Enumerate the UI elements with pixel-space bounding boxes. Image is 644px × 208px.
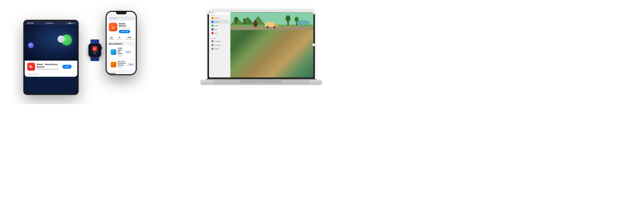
key-f6[interactable] — [258, 80, 261, 82]
ipad-status-bar: 9:41 AM Fri Dec 11 ▲ 100% — [25, 21, 77, 25]
iphone-get-button[interactable]: USD 3.99 — [119, 30, 130, 33]
svg-point-19 — [254, 20, 257, 23]
iphone-app-details: Streaks Workout For all fitness levels U… — [119, 23, 131, 33]
iphone-preview-title: Preview — [106, 71, 136, 74]
key-f10[interactable] — [270, 80, 272, 82]
astronaut-body — [58, 36, 65, 43]
key-f9[interactable] — [267, 80, 270, 82]
key-f7[interactable] — [261, 80, 264, 82]
ipad-space-background — [25, 25, 77, 61]
macbook-base — [200, 80, 322, 85]
sidebar-item-create[interactable]: Create — [210, 24, 230, 27]
key-minus[interactable] — [272, 82, 274, 83]
mas-sidebar-store-section: Store Discover Arcade — [209, 14, 230, 36]
astronaut-helmet — [59, 36, 65, 42]
star — [39, 34, 39, 34]
key-f8[interactable] — [264, 80, 266, 82]
star — [68, 28, 68, 29]
key-f2[interactable] — [248, 80, 250, 82]
macbook-screen: Store Discover Arcade — [209, 12, 314, 77]
key-1[interactable] — [244, 82, 246, 83]
sidebar-item-work[interactable]: Work — [210, 28, 230, 31]
sidebar-work-label: Work — [214, 29, 217, 30]
key-backtick[interactable] — [241, 82, 244, 83]
ipad-in-app-label: In-App Purchases — [27, 73, 75, 75]
sidebar-item-updates[interactable]: Updates — [210, 47, 230, 51]
svg-point-15 — [267, 27, 268, 28]
key-delete2[interactable] — [277, 82, 281, 83]
key-2[interactable] — [247, 82, 249, 83]
macbook-screen-assembly: Store Discover Arcade — [208, 11, 315, 79]
macbook-trackpad[interactable] — [256, 82, 266, 84]
iphone-category-value: Nr.33 — [125, 37, 134, 38]
ipad-screen: 9:41 AM Fri Dec 11 ▲ 100% — [25, 21, 77, 94]
wifi-icon: ▲ — [66, 23, 68, 24]
stat-divider — [115, 37, 116, 39]
sidebar-categories-label: Categories — [214, 44, 220, 46]
macbook-device: Store Discover Arcade — [200, 11, 322, 99]
macbook-screen-frame: Store Discover Arcade — [208, 11, 315, 79]
watch-app-icon: N. — [92, 46, 97, 51]
iphone-section-title: Also Included In — [109, 43, 134, 45]
apple-watch-device: N. Noted.Record — [86, 39, 104, 61]
iphone-age-label: Years Old — [117, 39, 122, 40]
key-f12[interactable] — [275, 80, 278, 82]
updates-icon — [212, 48, 214, 50]
sidebar-create-label: Create — [214, 25, 218, 26]
iphone-screen: 🔍 Search 🔥 Streaks Workout — [106, 12, 136, 74]
iphone-app-header: 🔥 Streaks Workout For all fitness levels… — [106, 21, 136, 35]
key-f3[interactable] — [250, 80, 253, 82]
sidebar-item-discover[interactable]: Discover — [210, 16, 230, 20]
iphone-bundle-sub-2: Health & Fitness — [118, 66, 126, 68]
play-icon — [212, 32, 214, 34]
key-equals[interactable] — [274, 82, 277, 83]
iphone-bundle-text-1: Health, Habits and Fitness Health & Fitn… — [118, 47, 123, 57]
key-f5[interactable] — [256, 80, 258, 82]
key-0[interactable] — [269, 82, 271, 83]
streaks-icon: 🔥 — [110, 25, 116, 30]
iphone-bundle-item-2: New Year's Resolutions (Streaks) Health … — [109, 59, 134, 70]
mas-game-banner — [230, 12, 314, 77]
iphone-share-icon[interactable]: ↑ — [132, 23, 134, 26]
sidebar-item-play[interactable]: Play — [210, 31, 230, 35]
iphone-search-bar[interactable]: 🔍 Search — [109, 17, 134, 20]
svg-text:🔥: 🔥 — [112, 26, 115, 29]
key-f1[interactable] — [245, 80, 247, 82]
watch-crown — [101, 47, 102, 49]
search-icon: 🔍 — [110, 18, 112, 19]
sidebar-item-purchased[interactable]: Purchased — [210, 39, 230, 43]
ipad-app-card: N. Noted. – Record Every Moment Easy pla… — [25, 61, 77, 77]
ipad-app-text: Noted. – Record Every Moment Easy playba… — [37, 63, 61, 70]
sidebar-item-arcade[interactable]: Arcade — [210, 20, 230, 24]
ipad-status-icons: ▲ 100% — [66, 22, 75, 24]
key-delete[interactable] — [278, 80, 282, 82]
ipad-get-button[interactable]: GET — [62, 65, 72, 69]
scene: 9:41 AM Fri Dec 11 ▲ 100% — [0, 0, 322, 104]
ipad-app-name: Noted. – Record Every Moment — [37, 63, 61, 68]
ipad-battery — [68, 22, 72, 24]
sidebar-item-categories[interactable]: Categories — [210, 43, 230, 47]
key-3[interactable] — [250, 82, 252, 83]
mas-layout: Store Discover Arcade — [209, 12, 314, 77]
watch-band-top — [90, 39, 99, 43]
key-4[interactable] — [252, 82, 255, 83]
watch-frame: N. Noted.Record — [88, 43, 101, 57]
iphone-view-button-1[interactable]: VIEW — [125, 51, 132, 54]
svg-point-11 — [243, 18, 246, 22]
planet-purple — [28, 43, 34, 48]
mas-sidebar: Store Discover Arcade — [209, 12, 230, 77]
iphone-app-title: Streaks Workout — [119, 23, 131, 27]
key-esc[interactable] — [240, 80, 244, 82]
watch-band-bottom — [90, 57, 99, 61]
key-f11[interactable] — [272, 80, 275, 82]
iphone-view-button-2[interactable]: VIEW — [127, 63, 134, 66]
svg-rect-12 — [265, 22, 274, 27]
iphone-frame: 🔍 Search 🔥 Streaks Workout — [106, 11, 137, 75]
key-f4[interactable] — [253, 80, 256, 82]
arcade-icon — [212, 21, 214, 23]
iphone-bundle-text-2: New Year's Resolutions (Streaks) Health … — [118, 61, 126, 68]
ipad-device: 9:41 AM Fri Dec 11 ▲ 100% — [23, 20, 79, 95]
sidebar-updates-label: Updates — [214, 48, 219, 49]
ipad-share-icon[interactable]: ↑ — [73, 65, 75, 68]
star — [53, 32, 54, 32]
